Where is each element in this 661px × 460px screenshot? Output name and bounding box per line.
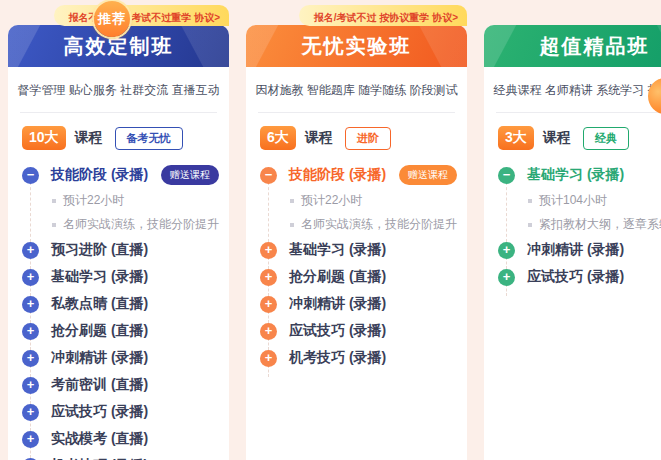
course-count-label: 课程: [305, 129, 333, 147]
course-detail-text: 名师实战演练，技能分阶提升: [301, 216, 457, 233]
course-item-label: 实战模考 (直播): [51, 430, 148, 448]
minus-icon[interactable]: −: [498, 167, 515, 184]
bullet-dot: [290, 199, 294, 203]
gift-badge: 赠送课程: [399, 165, 457, 185]
plan-features: 因材施教 智能题库 随学随练 阶段测试: [246, 82, 467, 99]
plus-icon[interactable]: +: [22, 242, 39, 259]
course-item-row[interactable]: + 应试技巧 (录播): [22, 402, 219, 422]
course-detail: 预计22小时: [52, 192, 219, 209]
course-item-row[interactable]: + 考前密训 (直播): [22, 375, 219, 395]
guarantee-ribbon[interactable]: 报名不过退费 考试不过重学 协议>: [54, 5, 229, 26]
course-item-row[interactable]: + 实战模考 (直播): [22, 429, 219, 449]
course-item-row[interactable]: + 应试技巧 (录播): [260, 321, 457, 341]
minus-icon[interactable]: −: [22, 167, 39, 184]
course-item: + 抢分刷题 (直播): [260, 267, 457, 287]
plan-tag: 备考无忧: [115, 127, 183, 150]
plus-icon[interactable]: +: [498, 242, 515, 259]
course-item-label: 冲刺精讲 (录播): [51, 349, 148, 367]
course-list: − 基础学习 (录播) 预计104小时 紧扣教材大纲，逐章系统讲解 + 冲刺精讲…: [484, 165, 661, 287]
course-item-row[interactable]: + 冲刺精讲 (录播): [260, 294, 457, 314]
course-item-row[interactable]: + 机考技巧 (录播): [22, 456, 219, 460]
course-item-label: 基础学习 (录播): [289, 241, 386, 259]
plus-icon[interactable]: +: [260, 269, 277, 286]
course-detail-text: 紧扣教材大纲，逐章系统讲解: [539, 216, 661, 233]
course-item-row[interactable]: + 冲刺精讲 (录播): [498, 240, 661, 260]
course-item: + 应试技巧 (录播): [260, 321, 457, 341]
course-item-row[interactable]: + 抢分刷题 (直播): [22, 321, 219, 341]
course-item-row[interactable]: + 应试技巧 (录播): [498, 267, 661, 287]
guarantee-ribbon[interactable]: 报名/考试不过 按协议重学 协议>: [299, 5, 467, 26]
course-count-badge: 6大: [260, 126, 296, 150]
decorative-illustration: [647, 76, 661, 118]
course-detail: 紧扣教材大纲，逐章系统讲解: [528, 216, 661, 233]
plus-icon[interactable]: +: [22, 431, 39, 448]
gift-badge: 赠送课程: [161, 165, 219, 185]
course-item-row[interactable]: + 预习进阶 (直播): [22, 240, 219, 260]
course-count-label: 课程: [543, 129, 571, 147]
course-list: − 技能阶段 (录播) 赠送课程 预计22小时 名师实战演练，技能分阶提升 + …: [246, 165, 467, 368]
course-item: + 冲刺精讲 (录播): [22, 348, 219, 368]
card-header: 无忧实验班: [246, 25, 467, 67]
course-list: − 技能阶段 (录播) 赠送课程 预计22小时 名师实战演练，技能分阶提升 + …: [8, 165, 229, 460]
plus-icon[interactable]: +: [22, 350, 39, 367]
course-detail: 名师实战演练，技能分阶提升: [290, 216, 457, 233]
course-item-label: 基础学习 (录播): [527, 166, 624, 184]
course-item-label: 应试技巧 (录播): [527, 268, 624, 286]
course-item-label: 考前密训 (直播): [51, 376, 148, 394]
course-item-row[interactable]: + 基础学习 (录播): [22, 267, 219, 287]
plus-icon[interactable]: +: [22, 269, 39, 286]
course-item-label: 基础学习 (录播): [51, 268, 148, 286]
guarantee-ribbon-text: 报名不过退费 考试不过重学 协议>: [69, 12, 220, 23]
divider: [258, 112, 455, 113]
plan-title: 超值精品班: [540, 33, 650, 60]
course-item-row[interactable]: + 私教点睛 (直播): [22, 294, 219, 314]
plan-features: 经典课程 名师精讲 系统学习 扫除盲点: [484, 82, 661, 99]
course-detail-text: 名师实战演练，技能分阶提升: [63, 216, 219, 233]
course-count-badge: 10大: [22, 126, 66, 150]
course-item-row[interactable]: − 技能阶段 (录播) 赠送课程: [260, 165, 457, 185]
plus-icon[interactable]: +: [260, 350, 277, 367]
plus-icon[interactable]: +: [260, 296, 277, 313]
course-item-label: 抢分刷题 (直播): [289, 268, 386, 286]
plus-icon[interactable]: +: [260, 323, 277, 340]
bullet-dot: [52, 199, 56, 203]
minus-icon[interactable]: −: [260, 167, 277, 184]
course-item-label: 抢分刷题 (直播): [51, 322, 148, 340]
course-item-row[interactable]: − 技能阶段 (录播) 赠送课程: [22, 165, 219, 185]
course-item-label: 机考技巧 (录播): [289, 349, 386, 367]
course-count-row: 3大 课程 经典: [498, 126, 661, 150]
plan-title: 无忧实验班: [302, 33, 412, 60]
divider: [496, 112, 661, 113]
plan-features: 督学管理 贴心服务 社群交流 直播互动: [8, 82, 229, 99]
course-count-row: 10大 课程 备考无忧: [22, 126, 215, 150]
course-item: + 机考技巧 (录播): [22, 456, 219, 460]
course-count-badge: 3大: [498, 126, 534, 150]
plus-icon[interactable]: +: [22, 296, 39, 313]
course-detail: 名师实战演练，技能分阶提升: [52, 216, 219, 233]
course-count-row: 6大 课程 进阶: [260, 126, 453, 150]
course-item: + 考前密训 (直播): [22, 375, 219, 395]
course-detail-list: 预计104小时 紧扣教材大纲，逐章系统讲解: [498, 192, 661, 233]
plus-icon[interactable]: +: [498, 269, 515, 286]
plus-icon[interactable]: +: [260, 242, 277, 259]
course-item-row[interactable]: + 机考技巧 (录播): [260, 348, 457, 368]
course-item-label: 技能阶段 (录播): [51, 166, 148, 184]
course-item: + 应试技巧 (录播): [22, 402, 219, 422]
course-item-label: 应试技巧 (录播): [289, 322, 386, 340]
course-item-label: 技能阶段 (录播): [289, 166, 386, 184]
course-item-row[interactable]: + 冲刺精讲 (录播): [22, 348, 219, 368]
bullet-dot: [528, 199, 532, 203]
course-item: − 技能阶段 (录播) 赠送课程 预计22小时 名师实战演练，技能分阶提升: [22, 165, 219, 233]
course-item: − 基础学习 (录播) 预计104小时 紧扣教材大纲，逐章系统讲解: [498, 165, 661, 233]
course-item-row[interactable]: + 基础学习 (录播): [260, 240, 457, 260]
course-count-label: 课程: [75, 129, 103, 147]
plus-icon[interactable]: +: [22, 377, 39, 394]
course-item-label: 应试技巧 (录播): [51, 403, 148, 421]
plus-icon[interactable]: +: [22, 323, 39, 340]
course-item: + 私教点睛 (直播): [22, 294, 219, 314]
course-item: + 冲刺精讲 (录播): [498, 240, 661, 260]
plus-icon[interactable]: +: [22, 404, 39, 421]
course-item-label: 私教点睛 (直播): [51, 295, 148, 313]
course-item-row[interactable]: + 抢分刷题 (直播): [260, 267, 457, 287]
course-item-row[interactable]: − 基础学习 (录播): [498, 165, 661, 185]
